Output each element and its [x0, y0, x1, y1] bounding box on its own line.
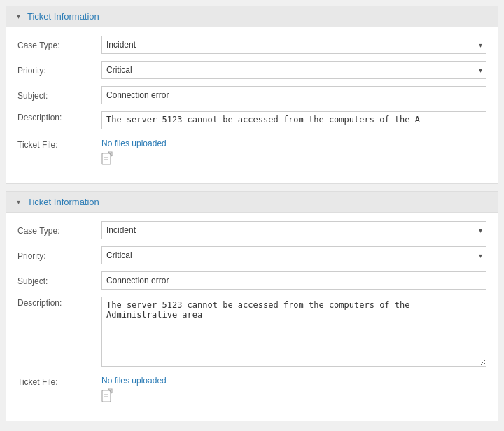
upload-icon-1 [102, 151, 114, 168]
priority-row-1: Priority: Critical [18, 61, 486, 79]
upload-icon-wrap-1[interactable] [102, 151, 486, 168]
subject-input-wrap-2 [102, 271, 486, 290]
panel-1-body: Case Type: Incident Priority: Critical S… [6, 27, 498, 183]
chevron-down-icon-1: ▾ [13, 12, 23, 22]
case-type-select-wrap-1: Incident [102, 36, 486, 54]
chevron-down-icon-2: ▾ [13, 197, 23, 207]
description-row-2: Description: The server 5123 cannot be a… [18, 297, 486, 369]
panel-2-body: Case Type: Incident Priority: Critical S… [6, 213, 498, 421]
upload-icon-wrap-2[interactable] [102, 388, 486, 405]
panel-1: ▾ Ticket Information Case Type: Incident… [6, 6, 498, 184]
priority-select-2[interactable]: Critical [102, 246, 486, 264]
case-type-row-2: Case Type: Incident [18, 221, 486, 239]
subject-label-1: Subject: [18, 90, 102, 101]
panel-1-header[interactable]: ▾ Ticket Information [6, 6, 498, 27]
panel-2-header[interactable]: ▾ Ticket Information [6, 192, 498, 213]
subject-row-2: Subject: Is extended [18, 271, 486, 290]
description-textarea-wrap-1: The server 5123 cannot be accessed from … [102, 111, 486, 132]
description-row-1: Description: The server 5123 cannot be a… [18, 111, 486, 132]
panel-2: ▾ Ticket Information Case Type: Incident… [6, 191, 498, 421]
ticket-file-label-2: Ticket File: [18, 376, 102, 387]
no-files-text-1: No files uploaded [102, 139, 486, 148]
case-type-select-2[interactable]: Incident [102, 221, 486, 239]
svg-rect-6 [102, 390, 111, 402]
priority-label-1: Priority: [18, 64, 102, 76]
ticket-file-label-1: Ticket File: [18, 139, 102, 150]
subject-input-1[interactable] [102, 86, 486, 104]
subject-input-2[interactable] [102, 271, 486, 290]
priority-label-2: Priority: [18, 250, 102, 261]
priority-select-1[interactable]: Critical [102, 61, 486, 79]
panel-1-title: Ticket Information [27, 11, 99, 22]
case-type-label-2: Case Type: [18, 225, 102, 236]
description-label-2: Description: [18, 297, 102, 308]
case-type-select-1[interactable]: Incident [102, 36, 486, 54]
description-textarea-2[interactable]: The server 5123 cannot be accessed from … [102, 297, 486, 367]
case-type-select-wrap-2: Incident [102, 221, 486, 239]
description-label-1: Description: [18, 111, 102, 122]
ticket-file-row-2: Ticket File: No files uploaded [18, 376, 486, 405]
case-type-label-1: Case Type: [18, 39, 102, 50]
description-textarea-1[interactable]: The server 5123 cannot be accessed from … [102, 111, 486, 129]
priority-row-2: Priority: Critical [18, 246, 486, 264]
subject-label-2: Subject: [18, 275, 102, 286]
priority-select-wrap-2: Critical [102, 246, 486, 264]
subject-input-wrap-1 [102, 86, 486, 104]
no-files-text-2: No files uploaded [102, 376, 486, 386]
upload-icon-2 [102, 388, 114, 405]
ticket-file-row-1: Ticket File: No files uploaded [18, 139, 486, 168]
panel-2-title: Ticket Information [27, 197, 99, 207]
priority-select-wrap-1: Critical [102, 61, 486, 79]
case-type-row-1: Case Type: Incident [18, 36, 486, 54]
subject-row-1: Subject: Is not extended [18, 86, 486, 104]
ticket-file-wrap-1: No files uploaded [102, 139, 486, 168]
ticket-file-wrap-2: No files uploaded [102, 376, 486, 405]
svg-rect-1 [102, 153, 111, 164]
description-textarea-wrap-2: The server 5123 cannot be accessed from … [102, 297, 486, 369]
